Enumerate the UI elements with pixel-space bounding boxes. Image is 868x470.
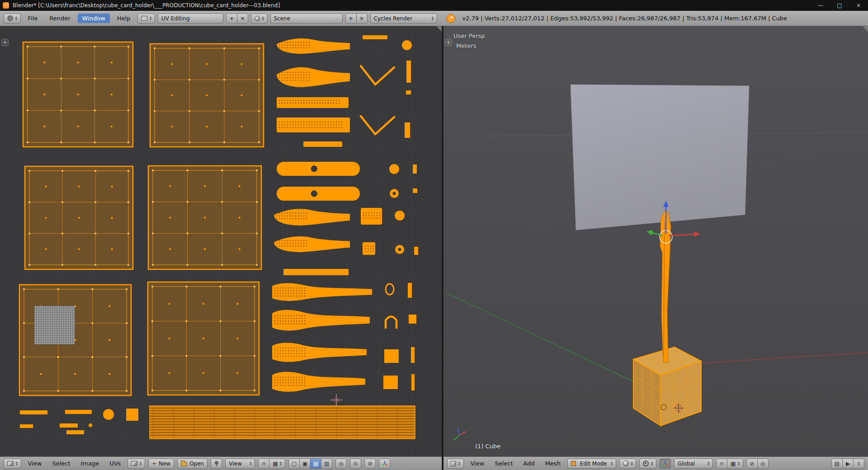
uv-speckle[interactable] xyxy=(291,350,292,351)
uv-speckle[interactable] xyxy=(302,323,302,324)
uv-speckle[interactable] xyxy=(285,323,286,324)
uv-vertex-dot[interactable] xyxy=(94,46,95,47)
uv-face-dot[interactable] xyxy=(111,186,113,188)
uv-speckle[interactable] xyxy=(304,356,305,357)
uv-speckle[interactable] xyxy=(292,218,293,219)
uv-speckle[interactable] xyxy=(298,42,299,43)
uv-speckle[interactable] xyxy=(295,218,296,219)
uv-speckle[interactable] xyxy=(298,100,299,101)
uv-speckle[interactable] xyxy=(298,45,299,46)
uv-face-dot[interactable] xyxy=(43,61,45,63)
uv-vertex-dot[interactable] xyxy=(94,264,96,266)
uv-speckle[interactable] xyxy=(379,215,380,216)
uv-vertex-dot[interactable] xyxy=(61,201,63,203)
uv-speckle[interactable] xyxy=(301,80,302,81)
uv-speckle[interactable] xyxy=(282,72,283,73)
uv-speckle[interactable] xyxy=(291,385,292,386)
uv-speckle[interactable] xyxy=(333,122,334,122)
uv-vertex-dot[interactable] xyxy=(94,201,96,203)
uv-speckle[interactable] xyxy=(283,290,283,291)
uv-speckle[interactable] xyxy=(314,124,315,125)
uv-draw-dash-button[interactable]: ▣ xyxy=(299,459,311,469)
uv-island-bar[interactable] xyxy=(413,188,417,193)
uv-speckle[interactable] xyxy=(303,80,304,81)
uv-island-circle[interactable] xyxy=(89,423,92,427)
uv-face-dot[interactable] xyxy=(108,373,110,375)
uv-island-strip[interactable] xyxy=(274,209,350,226)
uv-face-dot[interactable] xyxy=(75,339,76,341)
uv-speckle[interactable] xyxy=(274,353,275,354)
uv-speckle[interactable] xyxy=(306,122,307,122)
uv-face-dot[interactable] xyxy=(236,338,238,339)
uv-speckle[interactable] xyxy=(283,356,283,357)
uv-speckle[interactable] xyxy=(293,382,294,383)
uv-island-strip[interactable] xyxy=(277,38,350,54)
uv-speckle[interactable] xyxy=(277,296,278,296)
uv-face-dot[interactable] xyxy=(111,94,113,95)
uv-speckle[interactable] xyxy=(279,47,280,48)
uv-speckle[interactable] xyxy=(299,290,300,291)
uv-island-arch[interactable] xyxy=(386,316,396,329)
uv-speckle[interactable] xyxy=(283,353,283,354)
uv-vertex-dot[interactable] xyxy=(60,141,62,143)
uv-speckle[interactable] xyxy=(295,122,296,122)
uv-speckle[interactable] xyxy=(279,213,280,214)
uv-speckle[interactable] xyxy=(296,385,297,386)
uv-speckle[interactable] xyxy=(295,243,296,244)
uv-speckle[interactable] xyxy=(280,315,281,316)
uv-vertex-dot[interactable] xyxy=(189,79,190,80)
uv-speckle[interactable] xyxy=(283,348,283,348)
uv-speckle[interactable] xyxy=(368,218,369,219)
uv-speckle[interactable] xyxy=(330,124,331,125)
uv-speckle[interactable] xyxy=(282,47,283,48)
region-corner-handle[interactable] xyxy=(436,26,442,32)
uv-clip-button[interactable]: ⊘ xyxy=(364,459,376,469)
uv-proportional-edit-button[interactable]: ◎ xyxy=(335,459,347,469)
uv-speckle[interactable] xyxy=(284,45,285,46)
uv-island-bar[interactable] xyxy=(413,164,417,174)
uv-draw-white-button[interactable]: ▥ xyxy=(321,459,332,469)
uv-speckle[interactable] xyxy=(328,103,329,103)
uv-speckle[interactable] xyxy=(279,72,280,73)
uv-face-dot[interactable] xyxy=(171,126,173,127)
uv-speckle[interactable] xyxy=(291,315,292,316)
uv-speckle[interactable] xyxy=(283,323,283,324)
uv-vertex-dot[interactable] xyxy=(185,320,187,322)
uv-speckle[interactable] xyxy=(280,380,281,381)
uv-speckle[interactable] xyxy=(366,212,367,213)
uv-speckle[interactable] xyxy=(274,350,275,351)
uv-speckle[interactable] xyxy=(296,315,297,316)
uv-speckle[interactable] xyxy=(279,243,280,244)
uv-speckle[interactable] xyxy=(292,243,293,244)
uv-island-square-small[interactable] xyxy=(384,349,399,363)
uv-speckle[interactable] xyxy=(314,122,315,122)
uv-speckle[interactable] xyxy=(284,216,285,216)
uv-vertex-dot[interactable] xyxy=(57,390,59,392)
uv-speckle[interactable] xyxy=(306,72,307,73)
uv-vertex-dot[interactable] xyxy=(94,109,95,111)
uv-speckle[interactable] xyxy=(279,42,280,43)
uv-speckle[interactable] xyxy=(287,122,288,122)
manipulator-toggle-button[interactable] xyxy=(660,459,671,469)
uv-vertex-dot[interactable] xyxy=(91,322,93,324)
uv-speckle[interactable] xyxy=(304,350,305,351)
uv-speckle[interactable] xyxy=(304,290,305,291)
uv-speckle[interactable] xyxy=(302,287,302,288)
uv-speckle[interactable] xyxy=(328,124,329,125)
delete-scene-button[interactable]: × xyxy=(356,14,368,24)
uv-face-dot[interactable] xyxy=(171,94,173,96)
uv-island-chevron[interactable] xyxy=(361,66,394,85)
uv-speckle[interactable] xyxy=(339,103,340,103)
uv-speckle[interactable] xyxy=(311,127,312,128)
uv-vertex-dot[interactable] xyxy=(256,232,258,234)
uv-speckle[interactable] xyxy=(279,75,280,75)
uv-vertex-dot[interactable] xyxy=(186,169,188,171)
uv-speckle[interactable] xyxy=(295,240,296,241)
uv-face-dot[interactable] xyxy=(43,126,45,127)
uv-speckle[interactable] xyxy=(309,127,310,128)
uv-speckle[interactable] xyxy=(317,127,318,128)
uv-vertex-dot[interactable] xyxy=(94,232,96,234)
uv-speckle[interactable] xyxy=(298,124,299,125)
uv-speckle[interactable] xyxy=(295,245,296,246)
uv-face-dot[interactable] xyxy=(75,373,76,375)
